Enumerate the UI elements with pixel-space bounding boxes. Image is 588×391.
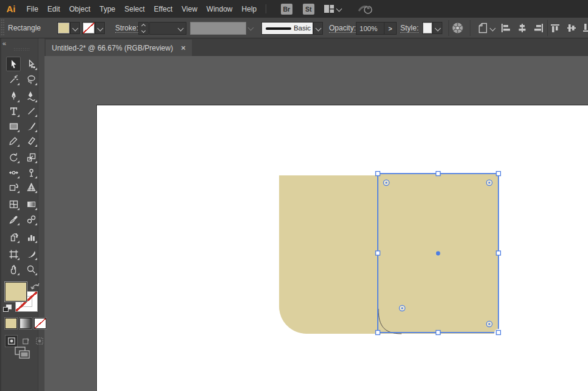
selection-center-point[interactable] — [436, 252, 441, 256]
stepper-up-icon[interactable] — [141, 24, 146, 28]
tool-gradient[interactable] — [24, 197, 38, 211]
align-left-icon[interactable] — [501, 24, 511, 32]
menu-view[interactable]: View — [177, 5, 202, 13]
shaper-tool-icon — [9, 136, 19, 146]
tool-direct-selection[interactable] — [24, 57, 38, 71]
style-swatch[interactable] — [422, 22, 433, 34]
tool-blend[interactable] — [24, 212, 38, 227]
tool-paintbrush[interactable] — [24, 119, 38, 133]
tool-curvature[interactable] — [24, 89, 38, 104]
selection-handle[interactable] — [436, 172, 441, 176]
tool-line-segment[interactable] — [24, 104, 38, 118]
draw-behind-button[interactable] — [19, 335, 32, 347]
selection-handle[interactable] — [376, 331, 380, 335]
bridge-button[interactable]: Br — [281, 4, 292, 15]
align-right-icon[interactable] — [534, 24, 544, 32]
tools-panel-grip[interactable] — [13, 48, 30, 51]
menu-type[interactable]: Type — [95, 5, 120, 13]
align-vcenter-icon[interactable] — [567, 24, 577, 32]
gradient-tool-icon — [26, 199, 37, 210]
gradient-mode-button[interactable] — [19, 318, 32, 329]
stroke-color-swatch[interactable] — [82, 22, 95, 34]
document-setup-button[interactable] — [477, 23, 495, 33]
tool-slice[interactable] — [24, 247, 38, 261]
fill-swatch[interactable] — [4, 281, 27, 302]
menu-window[interactable]: Window — [202, 5, 237, 13]
magic-wand-tool-icon — [9, 74, 19, 85]
draw-inside-button[interactable] — [33, 335, 46, 347]
selection-handle[interactable] — [376, 172, 380, 176]
tool-scale[interactable] — [24, 150, 38, 164]
style-label[interactable]: Style: — [400, 24, 419, 33]
stroke-weight-stepper[interactable] — [138, 22, 149, 35]
menu-edit[interactable]: Edit — [43, 5, 65, 13]
draw-normal-button[interactable] — [5, 335, 18, 347]
selection-handle[interactable] — [376, 251, 380, 255]
brush-dropdown-button[interactable] — [313, 22, 323, 35]
tool-magic-wand[interactable] — [6, 72, 21, 86]
gpu-performance-icon[interactable] — [358, 4, 374, 15]
color-mode-button[interactable] — [5, 318, 17, 329]
swap-fill-stroke-icon[interactable] — [30, 282, 40, 291]
tool-perspective-grid[interactable] — [24, 180, 38, 194]
tool-hand[interactable] — [6, 262, 21, 277]
align-top-icon[interactable] — [551, 24, 561, 32]
tool-type[interactable] — [6, 104, 21, 118]
menu-effect[interactable]: Effect — [149, 5, 177, 13]
tool-width[interactable] — [6, 165, 21, 180]
chevron-down-icon — [178, 26, 184, 32]
brush-definition-dropdown[interactable]: Basic — [261, 22, 313, 35]
fill-color-swatch[interactable] — [57, 22, 70, 34]
tool-rectangle[interactable] — [6, 119, 21, 133]
selection-handle[interactable] — [497, 251, 501, 255]
menu-select[interactable]: Select — [120, 5, 149, 13]
stroke-weight-dropdown[interactable] — [149, 22, 186, 35]
tool-eyedropper[interactable] — [6, 212, 21, 227]
menu-file[interactable]: File — [22, 5, 43, 13]
stroke-label[interactable]: Stroke: — [115, 24, 138, 33]
selection-handle[interactable] — [497, 331, 501, 335]
variable-width-profile-dropdown — [190, 22, 246, 35]
opacity-menu-arrow: > — [388, 25, 392, 32]
tool-free-transform[interactable] — [6, 180, 21, 194]
stepper-down-icon[interactable] — [141, 29, 146, 33]
workspace-switcher[interactable] — [324, 4, 341, 13]
style-dropdown[interactable] — [422, 22, 442, 34]
tool-pen[interactable] — [6, 89, 21, 104]
selection-handle[interactable] — [436, 331, 441, 335]
tab-close-icon[interactable]: × — [181, 43, 186, 52]
stroke-color-dropdown[interactable] — [82, 22, 105, 34]
tool-rotate[interactable] — [6, 150, 21, 164]
default-fill-stroke-icon[interactable] — [3, 305, 12, 312]
tool-eraser[interactable] — [24, 133, 38, 148]
collapse-panel-button[interactable]: « — [2, 40, 5, 47]
panel-grip[interactable] — [1, 19, 5, 37]
tool-shaper[interactable] — [6, 133, 21, 148]
tool-puppet-warp[interactable] — [24, 165, 38, 180]
opacity-menu-button[interactable]: > — [384, 22, 397, 35]
canvas-area[interactable] — [44, 56, 588, 391]
tool-artboard[interactable] — [6, 247, 21, 261]
align-bottom-icon[interactable] — [583, 24, 588, 32]
opacity-field[interactable]: 100% — [356, 22, 384, 35]
app-logo[interactable]: Ai — [0, 4, 22, 14]
align-center-icon[interactable] — [517, 24, 527, 32]
document-tab[interactable]: Untitled-2* @ 66.67% (RGB/Preview) × — [46, 40, 192, 56]
tool-zoom[interactable] — [24, 262, 38, 277]
selection-handle[interactable] — [497, 172, 501, 176]
fill-color-dropdown[interactable] — [57, 22, 80, 34]
stock-button[interactable]: St — [303, 4, 314, 15]
tool-mesh[interactable] — [6, 197, 21, 211]
menu-help[interactable]: Help — [237, 5, 261, 13]
tool-lasso[interactable] — [24, 72, 38, 86]
chevron-down-icon — [248, 25, 254, 31]
recolor-artwork-icon[interactable] — [452, 22, 464, 34]
none-mode-button[interactable] — [34, 318, 46, 329]
screen-mode-button[interactable] — [15, 347, 30, 360]
tool-symbol-sprayer[interactable] — [6, 230, 21, 244]
opacity-label[interactable]: Opacity: — [329, 24, 356, 33]
blend-tool-icon — [26, 214, 37, 225]
tool-selection[interactable] — [6, 57, 21, 71]
menu-object[interactable]: Object — [65, 5, 95, 13]
tool-column-graph[interactable] — [24, 230, 38, 244]
